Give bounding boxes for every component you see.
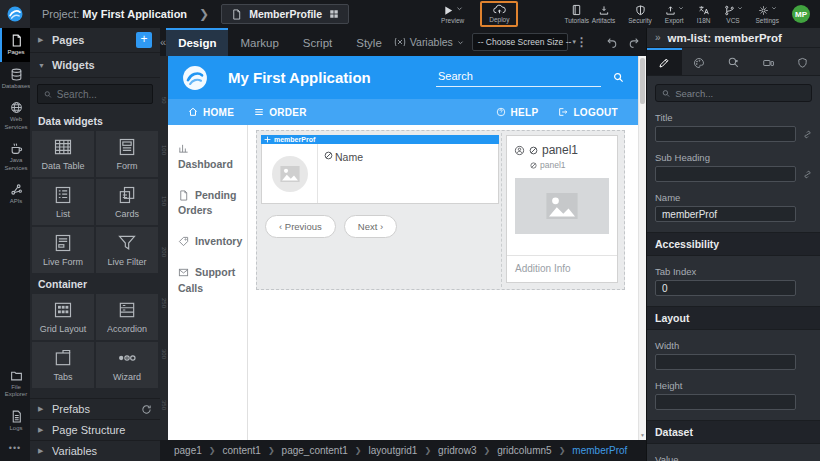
deploy-button-highlighted[interactable]: Deploy [480,1,518,27]
canvas-scrollbar[interactable]: ▼ [638,56,646,440]
variables-section-header[interactable]: ▶ Variables [30,440,160,461]
widgets-section-header[interactable]: ▼ Widgets [30,53,160,78]
search-icon[interactable] [613,72,624,83]
sidebar-item-java-services[interactable]: Java Services [0,136,30,177]
scroll-down-arrow-icon[interactable]: ▼ [639,432,646,440]
page-tab-memberprofile[interactable]: MemberProfile [221,4,349,24]
bind-link-icon[interactable] [803,129,812,140]
tutorials-button[interactable]: Tutorials [564,4,589,24]
gridcolumn-left[interactable]: memberProf [259,133,502,287]
nav-order[interactable]: ORDER [254,107,307,118]
page-file-icon [231,9,242,20]
nav-home[interactable]: HOME [188,107,234,118]
redo-button[interactable] [627,36,640,49]
tab-design[interactable]: Design [166,28,228,56]
name-input[interactable] [655,206,796,222]
data-table-icon [53,137,73,157]
collapse-panel-icon[interactable]: » [655,32,661,43]
sidebar-item-apis[interactable]: APIs [0,177,30,211]
tab-devices[interactable] [751,48,786,75]
widget-search-input[interactable] [57,89,146,100]
sidebar-item-logs[interactable]: Logs [0,404,30,438]
nav-item-pending-orders[interactable]: Pending Orders [178,188,247,220]
undo-button[interactable] [606,36,619,49]
tab-properties[interactable] [647,48,682,75]
widget-tile-list[interactable]: List [32,179,94,225]
refresh-icon[interactable] [141,404,152,415]
pages-section-header[interactable]: ▶ Pages + [30,28,160,53]
list-name-field[interactable]: Name [335,151,363,163]
panel1-widget[interactable]: panel1 panel1 [506,135,618,283]
previous-button[interactable]: ‹ Previous [265,215,336,238]
widget-tile-grid-layout[interactable]: Grid Layout [32,294,94,340]
user-avatar[interactable]: MP [792,5,810,23]
tab-style[interactable]: Style [344,28,394,56]
sidebar-item-web-services[interactable]: Web Services [0,95,30,136]
tab-markup[interactable]: Markup [228,28,290,56]
memberprof-list-header[interactable]: memberProf [261,135,499,144]
widget-tile-live-filter[interactable]: Live Filter [96,227,158,273]
sidebar-item-databases[interactable]: Databases [0,62,30,96]
variables-dropdown[interactable]: Variables [394,36,464,48]
nav-help[interactable]: HELP [496,107,539,118]
panel-subheading[interactable]: panel1 [540,160,566,170]
security-button[interactable]: Security [628,5,651,24]
properties-search-input[interactable] [675,88,805,99]
bind-link-icon[interactable] [803,169,812,180]
nav-item-inventory[interactable]: Inventory [178,234,247,250]
list-item-image-cell[interactable] [262,144,318,203]
nav-item-dashboard[interactable]: Dashboard [178,141,247,173]
tab-events[interactable] [716,48,751,75]
widget-tile-data-table[interactable]: Data Table [32,131,94,177]
widget-search[interactable] [37,84,153,104]
settings-button[interactable]: Settings [756,5,780,24]
vcs-button[interactable]: VCS [724,5,743,24]
page-structure-section-header[interactable]: ▶ Page Structure [30,419,160,440]
breadcrumb-gridcolumn5[interactable]: gridcolumn5 [497,445,551,456]
add-page-button[interactable]: + [136,32,152,48]
nav-logout[interactable]: LOGOUT [558,107,618,118]
export-button[interactable]: Export [665,5,684,24]
gridrow3[interactable]: memberProf [256,130,625,290]
more-actions-icon[interactable]: ⋮ [576,35,588,49]
prefabs-section-header[interactable]: ▶ Prefabs [30,398,160,419]
preview-button[interactable]: Preview [441,5,464,24]
breadcrumb-memberprof[interactable]: memberProf [572,445,627,456]
breadcrumb-gridrow3[interactable]: gridrow3 [438,445,476,456]
wavemaker-logo[interactable] [0,0,30,28]
sidebar-item-pages[interactable]: Pages [0,28,30,62]
next-button[interactable]: Next › [344,215,397,238]
widget-tile-accordion[interactable]: Accordion [96,294,158,340]
height-input[interactable] [655,394,796,410]
properties-search[interactable] [655,84,812,102]
width-input[interactable] [655,354,796,370]
gridcolumn-right[interactable]: panel1 panel1 [502,133,622,287]
breadcrumb-layoutgrid1[interactable]: layoutgrid1 [368,445,417,456]
scrollbar-thumb[interactable] [640,58,645,104]
tab-styles[interactable] [682,48,717,75]
memberprof-list-item[interactable]: Name [261,144,499,204]
screen-size-select[interactable]: -- Choose Screen Size -- ▼ [472,33,568,51]
tab-security[interactable] [785,48,820,75]
tab-index-input[interactable] [655,280,796,296]
tab-script[interactable]: Script [291,28,344,56]
breadcrumb-content1[interactable]: content1 [223,445,261,456]
breadcrumb-page1[interactable]: page1 [174,445,202,456]
artifacts-button[interactable]: Artifacts [592,5,615,24]
breadcrumb-page-content1[interactable]: page_content1 [282,445,348,456]
widget-tile-wizard[interactable]: Wizard [96,342,158,388]
widget-tile-cards[interactable]: Cards [96,179,158,225]
sub-heading-input[interactable] [655,166,796,182]
more-options-icon[interactable]: ••• [0,437,30,461]
grid-view-icon[interactable] [329,9,339,19]
nav-item-support-calls[interactable]: Support Calls [178,265,247,297]
app-search-input[interactable]: Search [436,68,601,87]
panel-title[interactable]: panel1 [542,143,578,157]
widget-tile-form[interactable]: Form [96,131,158,177]
sidebar-item-file-explorer[interactable]: File Explorer [0,363,30,404]
title-input[interactable] [655,126,796,142]
widget-tile-live-form[interactable]: Live Form [32,227,94,273]
widget-tile-tabs[interactable]: Tabs [32,342,94,388]
i18n-button[interactable]: I18N [697,5,711,24]
panel-image-placeholder[interactable] [515,178,609,234]
